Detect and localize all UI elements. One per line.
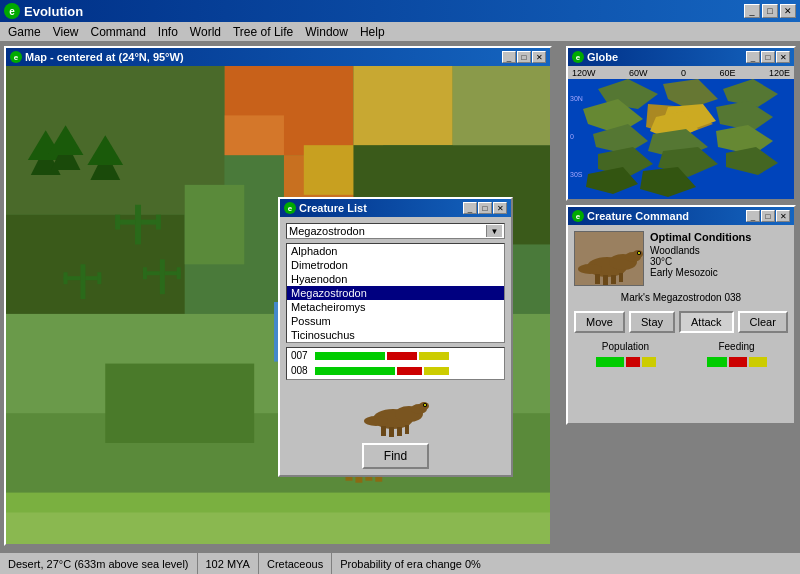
svg-point-102 [364,416,388,426]
svg-rect-78 [596,357,624,367]
creature-cmd-titlebar: e Creature Command _ □ ✕ [568,207,794,225]
app-icon: e [4,3,20,19]
svg-rect-4 [353,66,452,145]
creature-list-icon: e [284,202,296,214]
title-bar: e Evolution _ □ ✕ [0,0,800,22]
feeding-label: Feeding [685,341,788,352]
map-maximize-btn[interactable]: □ [517,51,531,63]
status-bar: Desert, 27°C (633m above sea level) 102 … [0,552,800,574]
svg-rect-10 [453,66,550,145]
close-button[interactable]: ✕ [780,4,796,18]
svg-rect-13 [105,364,254,443]
svg-rect-99 [389,427,394,437]
attack-button[interactable]: Attack [679,311,734,333]
svg-rect-8 [185,185,245,264]
list-item-megazostrodon[interactable]: Megazostrodon [287,286,504,300]
svg-rect-101 [405,425,409,434]
creature-list-maximize-btn[interactable]: □ [478,202,492,214]
globe-lon-60e: 60E [719,68,735,78]
globe-lon-0: 0 [681,68,686,78]
status-era: Cretaceous [259,553,332,574]
creature-cmd-maximize-btn[interactable]: □ [761,210,775,222]
progress-bars-section: 007 008 [286,347,505,380]
svg-rect-82 [729,357,747,367]
bar-008-svg [315,366,460,376]
svg-rect-100 [397,427,402,436]
creature-list-title: Creature List [299,202,367,214]
svg-rect-38 [6,512,550,544]
menu-bar: Game View Command Info World Tree of Lif… [0,22,800,42]
creature-listbox[interactable]: Alphadon Dimetrodon Hyaenodon Megazostro… [286,243,505,343]
map-close-btn[interactable]: ✕ [532,51,546,63]
svg-text:0: 0 [570,133,574,140]
list-item-dimetrodon[interactable]: Dimetrodon [287,258,504,272]
list-item-alphadon[interactable]: Alphadon [287,244,504,258]
globe-minimize-btn[interactable]: _ [746,51,760,63]
creature-dropdown[interactable]: Megazostrodon ▼ [286,223,505,239]
svg-rect-86 [419,352,449,360]
list-item-metacheiromys[interactable]: Metacheiromys [287,300,504,314]
svg-rect-83 [749,357,767,367]
svg-rect-88 [397,367,422,375]
habitat-value: Woodlands [650,245,788,256]
find-button[interactable]: Find [362,443,429,469]
move-button[interactable]: Move [574,311,625,333]
svg-rect-89 [424,367,449,375]
svg-rect-29 [177,267,181,279]
menu-game[interactable]: Game [2,24,47,40]
svg-rect-15 [135,205,141,245]
svg-rect-3 [224,115,284,155]
menu-world[interactable]: World [184,24,227,40]
svg-rect-17 [115,215,120,230]
temp-value: 30°C [650,256,788,267]
menu-info[interactable]: Info [152,24,184,40]
population-section: Population [574,341,677,367]
menu-command[interactable]: Command [84,24,151,40]
creature-cmd-icon: e [572,210,584,222]
globe-icon: e [572,51,584,63]
svg-rect-72 [603,275,608,285]
feeding-bars-svg [707,355,767,367]
map-titlebar: e Map - centered at (24°N, 95°W) _ □ ✕ [6,48,550,66]
list-item-ticinosuchus[interactable]: Ticinosuchus [287,328,504,342]
creature-list-content: Megazostrodon ▼ Alphadon Dimetrodon Hyae… [280,217,511,475]
menu-view[interactable]: View [47,24,85,40]
maximize-button[interactable]: □ [762,4,778,18]
menu-help[interactable]: Help [354,24,391,40]
globe-maximize-btn[interactable]: □ [761,51,775,63]
creature-list-titlebar: e Creature List _ □ ✕ [280,199,511,217]
bar-007-svg [315,351,460,361]
globe-titlebar: e Globe _ □ ✕ [568,48,794,66]
globe-lon-120w: 120W [572,68,596,78]
map-minimize-btn[interactable]: _ [502,51,516,63]
svg-text:30N: 30N [570,95,583,102]
minimize-button[interactable]: _ [744,4,760,18]
menu-tree-of-life[interactable]: Tree of Life [227,24,299,40]
svg-rect-25 [160,259,165,294]
creature-list-minimize-btn[interactable]: _ [463,202,477,214]
list-item-hyaenodon[interactable]: Hyaenodon [287,272,504,286]
globe-close-btn[interactable]: ✕ [776,51,790,63]
creature-info-row: Optimal Conditions Woodlands 30°C Early … [574,231,788,286]
creature-cmd-minimize-btn[interactable]: _ [746,210,760,222]
svg-point-104 [424,404,426,406]
stay-button[interactable]: Stay [629,311,675,333]
list-item-possum[interactable]: Possum [287,314,504,328]
svg-rect-27 [143,267,147,279]
creature-cmd-close-btn[interactable]: ✕ [776,210,790,222]
era-value: Early Mesozoic [650,267,788,278]
status-location: Desert, 27°C (633m above sea level) [0,553,198,574]
creature-command-window: e Creature Command _ □ ✕ [566,205,796,425]
menu-window[interactable]: Window [299,24,354,40]
creature-name: Mark's Megazostrodon 038 [574,292,788,303]
creature-list-close-btn[interactable]: ✕ [493,202,507,214]
svg-rect-80 [642,357,656,367]
status-time: 102 MYA [198,553,259,574]
clear-button[interactable]: Clear [738,311,788,333]
svg-rect-87 [315,367,395,375]
bar-row-007-id: 007 [291,350,313,361]
map-title: Map - centered at (24°N, 95°W) [25,51,184,63]
svg-rect-98 [381,426,386,436]
dropdown-value: Megazostrodon [289,225,365,237]
svg-rect-79 [626,357,640,367]
